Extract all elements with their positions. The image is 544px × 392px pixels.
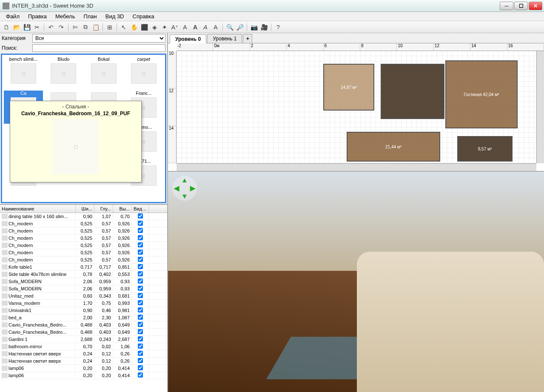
3d-nav-compass[interactable]: ▲ ◀▶ ▼: [172, 176, 197, 201]
col-depth[interactable]: Глу...: [94, 205, 113, 213]
select-icon[interactable]: ↖: [119, 23, 128, 32]
undo-icon[interactable]: ↶: [46, 23, 56, 32]
preferences-icon[interactable]: ✂: [32, 23, 42, 32]
text-size-icon[interactable]: A: [211, 23, 220, 32]
menu-furniture[interactable]: Мебель: [51, 12, 80, 20]
col-visible[interactable]: Види...: [132, 205, 149, 213]
tab-add[interactable]: +: [243, 34, 252, 43]
zoom-out-icon[interactable]: 🔎: [235, 23, 245, 32]
visible-checkbox[interactable]: [138, 242, 143, 247]
table-row[interactable]: Unitaz_med0,600,3430,681: [0, 293, 167, 300]
visible-checkbox[interactable]: [138, 221, 143, 226]
minimize-button[interactable]: ─: [500, 2, 513, 10]
plan-hscroll[interactable]: [177, 163, 536, 171]
table-row[interactable]: Kofe table10,7170,7170,851: [0, 264, 167, 271]
text-bold-icon[interactable]: A: [191, 23, 200, 32]
visible-checkbox[interactable]: [138, 336, 143, 341]
maximize-button[interactable]: ☐: [514, 2, 528, 10]
create-rooms-icon[interactable]: ◈: [150, 23, 159, 32]
visible-checkbox[interactable]: [138, 213, 143, 219]
table-row[interactable]: Sofa_MODERN2,060,9590,93: [0, 278, 167, 285]
table-row[interactable]: Umivalnik10,900,460,981: [0, 307, 167, 314]
tab-level-1[interactable]: Уровень 1: [207, 34, 242, 43]
table-row[interactable]: dining table 160 x 160 slim...0,901,070,…: [0, 213, 167, 220]
nav-left-icon[interactable]: ◀: [172, 184, 180, 192]
open-icon[interactable]: 📂: [12, 23, 21, 32]
visible-checkbox[interactable]: [138, 315, 143, 320]
furniture-item[interactable]: Bokal◻: [84, 57, 123, 90]
category-select[interactable]: Все: [32, 34, 165, 43]
furniture-item[interactable]: bench slimli...◻: [4, 57, 43, 90]
table-row[interactable]: lamp060,200,200,414: [0, 365, 167, 372]
save-icon[interactable]: 💾: [22, 23, 31, 32]
room-living[interactable]: Гостиная 42,04 м²: [445, 60, 518, 128]
table-row[interactable]: Side table 40x78cm slimline0,780,4020,55…: [0, 271, 167, 278]
create-dimensions-icon[interactable]: A⁺: [170, 23, 179, 32]
room-2[interactable]: [381, 64, 444, 119]
table-row[interactable]: bed_a2,002,301,087: [0, 314, 167, 321]
text-italic-icon[interactable]: A: [201, 23, 210, 32]
menu-edit[interactable]: Правка: [24, 12, 51, 20]
table-row[interactable]: Настенная светит вверх0,240,120,26: [0, 350, 167, 358]
add-furniture-icon[interactable]: ⊞: [105, 23, 114, 32]
visible-checkbox[interactable]: [138, 250, 143, 255]
plan-canvas[interactable]: 14,87 м² Гостиная 42,04 м² 21,44 м² 8,57…: [177, 51, 536, 163]
plan-vscroll[interactable]: [536, 51, 544, 163]
visible-checkbox[interactable]: [138, 307, 143, 312]
paste-icon[interactable]: 📋: [91, 23, 100, 32]
menu-3d-view[interactable]: Вид 3D: [101, 12, 128, 20]
visible-checkbox[interactable]: [138, 293, 143, 298]
table-row[interactable]: Ch_modern0,5250,570,926: [0, 227, 167, 235]
furniture-item[interactable]: Bludo◻: [44, 57, 83, 90]
close-button[interactable]: ✕: [529, 2, 542, 10]
nav-right-icon[interactable]: ▶: [189, 184, 197, 192]
furniture-item[interactable]: carpet◻: [124, 57, 163, 90]
video-icon[interactable]: 🎥: [259, 23, 269, 32]
plan-view[interactable]: -20м246810121416 101214 14,87 м² Гостина…: [168, 43, 544, 172]
table-row[interactable]: Gardini 12,6880,2432,687: [0, 336, 167, 343]
visible-checkbox[interactable]: [138, 358, 143, 363]
create-walls-icon[interactable]: ⬛: [140, 23, 149, 32]
tab-level-0[interactable]: Уровень 0: [170, 34, 206, 43]
table-row[interactable]: Ch_modern0,5250,570,926: [0, 249, 167, 256]
menu-file[interactable]: Файл: [2, 12, 24, 20]
visible-checkbox[interactable]: [138, 257, 143, 262]
visible-checkbox[interactable]: [138, 365, 143, 370]
visible-checkbox[interactable]: [138, 264, 143, 269]
table-row[interactable]: bathroom-mirror0,700,021,06: [0, 343, 167, 350]
new-icon[interactable]: 🗋: [2, 23, 11, 32]
col-height[interactable]: Вы...: [113, 205, 132, 213]
search-input[interactable]: [32, 44, 165, 52]
copy-icon[interactable]: ⧉: [81, 23, 90, 32]
table-row[interactable]: lamp060,200,200,414: [0, 372, 167, 379]
nav-up-icon[interactable]: ▲: [180, 176, 188, 184]
visible-checkbox[interactable]: [138, 278, 143, 284]
room-dining[interactable]: 14,87 м²: [323, 64, 374, 111]
visible-checkbox[interactable]: [138, 372, 143, 378]
visible-checkbox[interactable]: [138, 271, 143, 276]
visible-checkbox[interactable]: [138, 235, 143, 240]
table-row[interactable]: Настенная светит вверх0,240,120,26: [0, 358, 167, 365]
menu-help[interactable]: Справка: [128, 12, 159, 20]
visible-checkbox[interactable]: [138, 329, 143, 334]
table-row[interactable]: Sofa_MODERN2,060,9590,93: [0, 285, 167, 293]
table-row[interactable]: Cavio_Francheska_Bedro...0,4880,4030,649: [0, 321, 167, 329]
zoom-in-icon[interactable]: 🔍: [225, 23, 234, 32]
table-row[interactable]: Ch_modern0,5250,570,926: [0, 235, 167, 242]
visible-checkbox[interactable]: [138, 300, 143, 305]
table-row[interactable]: Ch_modern0,5250,570,926: [0, 220, 167, 227]
3d-view[interactable]: ▲ ◀▶ ▼: [168, 172, 544, 392]
table-row[interactable]: Vanna_modern1,700,750,993: [0, 300, 167, 307]
visible-checkbox[interactable]: [138, 286, 143, 291]
table-row[interactable]: Ch_modern0,5250,570,926: [0, 242, 167, 249]
help-icon[interactable]: ?: [273, 23, 283, 32]
pan-icon[interactable]: ✋: [129, 23, 139, 32]
photo-icon[interactable]: 📷: [249, 23, 259, 32]
table-row[interactable]: Cavio_Francheska_Bedro...0,4880,4030,649: [0, 329, 167, 336]
create-polylines-icon[interactable]: ✦: [160, 23, 169, 32]
create-text-icon[interactable]: A: [180, 23, 190, 32]
room-4[interactable]: 21,44 м²: [347, 132, 440, 162]
room-5[interactable]: 8,57 м²: [457, 136, 513, 162]
visible-checkbox[interactable]: [138, 344, 143, 349]
visible-checkbox[interactable]: [138, 228, 143, 233]
